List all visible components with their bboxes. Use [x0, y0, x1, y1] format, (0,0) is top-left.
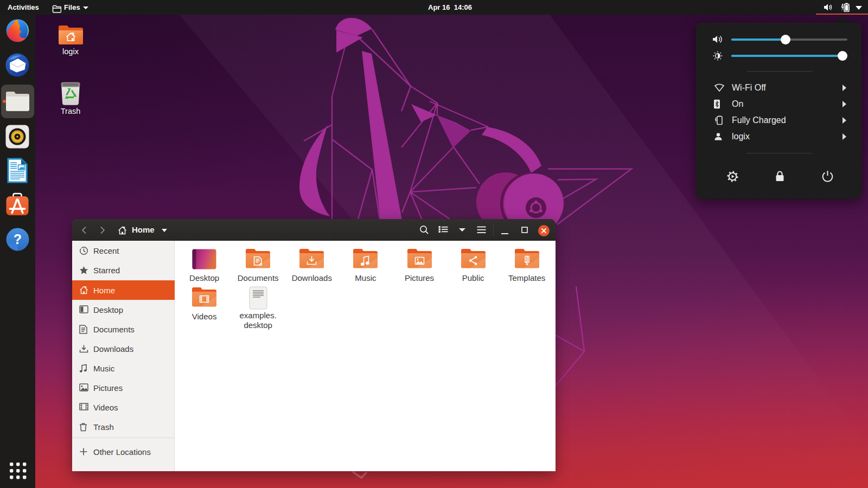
svg-text:?: ? — [13, 232, 21, 247]
